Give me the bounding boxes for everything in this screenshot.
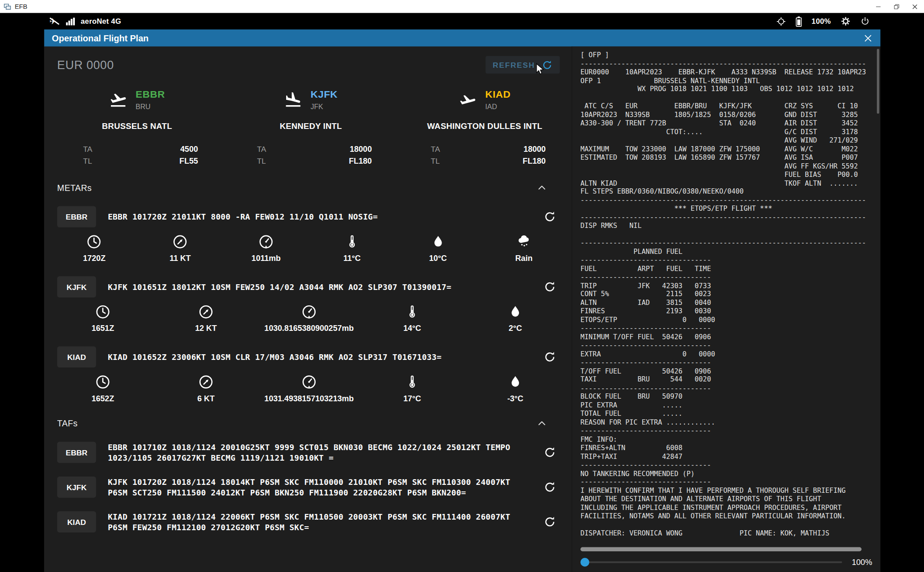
- metar-wind: 6 KT: [155, 374, 258, 403]
- taf-station-button-kjfk[interactable]: KJFK: [57, 477, 96, 498]
- dialog-header: Operational Flight Plan: [44, 29, 880, 47]
- clock-icon: [95, 374, 111, 390]
- close-dialog-button[interactable]: [863, 33, 872, 43]
- metar-pressure: 1030.8165380900257mb: [258, 304, 361, 333]
- metar-pressure: 1011mb: [223, 234, 309, 263]
- metar-station-button-kjfk[interactable]: KJFK: [57, 276, 96, 297]
- tl-value: FL55: [180, 155, 198, 167]
- maximize-button[interactable]: [887, 0, 906, 13]
- ofp-zoom-row: 100%: [581, 557, 872, 567]
- ta-label: TA: [431, 144, 440, 156]
- ta-value: 4500: [180, 144, 198, 156]
- pressure-gauge-icon: [301, 374, 317, 390]
- window-title: EFB: [15, 3, 27, 10]
- dialog-title: Operational Flight Plan: [52, 33, 149, 43]
- tl-label: TL: [257, 155, 266, 167]
- power-icon[interactable]: [860, 16, 869, 26]
- settings-gear-icon[interactable]: [840, 16, 851, 26]
- metar-temperature: 17°C: [361, 374, 464, 403]
- tafs-title: TAFs: [57, 418, 78, 428]
- refresh-button[interactable]: REFRESH: [486, 56, 560, 73]
- metar-raw-text: EBBR 101720Z 21011KT 8000 -RA FEW012 11/…: [108, 212, 533, 222]
- alternate-icao: KIAD: [485, 89, 511, 101]
- metar-wind: 11 KT: [137, 234, 223, 263]
- close-window-button[interactable]: [906, 0, 924, 13]
- metar-weather: Rain: [481, 234, 567, 263]
- metar-refresh-icon-kiad[interactable]: [543, 350, 556, 363]
- airport-destination: KJFK JFK: [224, 89, 398, 111]
- taf-row-kjfk: KJFK KJFK 101720Z 1018/1124 18014KT P6SM…: [57, 477, 556, 498]
- taf-raw-text: KIAD 101721Z 1018/1124 22006KT P6SM SKC …: [108, 511, 533, 532]
- pressure-gauge-icon: [301, 304, 317, 320]
- metar-dewpoint: 10°C: [395, 234, 481, 263]
- droplet-icon: [508, 374, 523, 390]
- levels-departure: TA4500 TLFL55: [50, 144, 224, 168]
- ofp-vertical-scrollbar-thumb[interactable]: [877, 49, 879, 114]
- ofp-document: [ OFP ] --------------------------------…: [581, 51, 871, 545]
- ofp-text-panel: [ OFP ] --------------------------------…: [571, 47, 880, 572]
- metar-wind: 12 KT: [155, 304, 258, 333]
- clock-icon: [86, 234, 102, 249]
- minimize-button[interactable]: [869, 0, 887, 13]
- metar-row-kjfk: KJFK KJFK 101651Z 18012KT 10SM FEW250 14…: [57, 276, 556, 297]
- taf-station-button-kiad[interactable]: KIAD: [57, 511, 96, 532]
- metars-section-header: METARs: [57, 183, 547, 193]
- taf-refresh-icon-ebbr[interactable]: [543, 446, 556, 458]
- ofp-zoom-slider-thumb[interactable]: [581, 557, 589, 566]
- metar-refresh-icon-kjfk[interactable]: [543, 280, 556, 293]
- metar-station-button-ebbr[interactable]: EBBR: [57, 206, 96, 227]
- ofp-zoom-value: 100%: [852, 557, 872, 566]
- tl-value: FL180: [349, 155, 372, 167]
- metar-time: 1652Z: [51, 374, 154, 403]
- ofp-horizontal-scrollbar[interactable]: [581, 547, 862, 551]
- alternate-iata: IAD: [485, 103, 511, 111]
- taf-raw-text: EBBR 101710Z 1018/1124 20010G25KT 9999 S…: [108, 442, 533, 463]
- ta-value: 18000: [350, 144, 372, 156]
- airport-alternate: KIAD IAD: [398, 89, 572, 111]
- battery-percent: 100%: [812, 17, 831, 26]
- compass-icon: [198, 304, 214, 320]
- departure-name: BRUSSELS NATL: [50, 121, 224, 131]
- airports-row: EBBR BRU KJFK JFK: [50, 89, 572, 111]
- minimize-icon: [875, 3, 882, 10]
- metar-pressure: 1031.4938157103213mb: [258, 374, 361, 403]
- ofp-zoom-slider[interactable]: [581, 561, 843, 563]
- taf-row-kiad: KIAD KIAD 101721Z 1018/1124 22006KT P6SM…: [57, 511, 556, 532]
- taf-row-ebbr: EBBR EBBR 101710Z 1018/1124 20010G25KT 9…: [57, 442, 556, 463]
- metar-time: 1720Z: [51, 234, 137, 263]
- ofp-vertical-scrollbar[interactable]: [877, 49, 879, 541]
- taf-station-button-ebbr[interactable]: EBBR: [57, 442, 96, 463]
- departure-icao: EBBR: [136, 89, 165, 101]
- taf-refresh-icon-kiad[interactable]: [543, 515, 556, 528]
- metar-row-kiad: KIAD KIAD 101652Z 23006KT 10SM CLR 17/M0…: [57, 346, 556, 367]
- maximize-icon: [893, 3, 900, 10]
- metar-decoded-ebbr: 1720Z 11 KT 1011mb 11°C 10°C Rain: [51, 234, 567, 263]
- thermometer-icon: [404, 304, 420, 320]
- destination-icao: KJFK: [310, 89, 338, 101]
- collapse-tafs-chevron-icon[interactable]: [537, 418, 547, 428]
- takeoff-icon: [109, 91, 127, 109]
- thermometer-icon: [404, 374, 420, 390]
- destination-name: KENNEDY INTL: [224, 121, 398, 131]
- rain-icon: [516, 234, 532, 249]
- window-titlebar: EFB: [0, 0, 924, 13]
- airport-departure: EBBR BRU: [50, 89, 224, 111]
- metar-station-button-kiad[interactable]: KIAD: [57, 346, 96, 367]
- compass-icon: [198, 374, 214, 390]
- metar-temperature: 14°C: [361, 304, 464, 333]
- tl-label: TL: [83, 155, 92, 167]
- metar-decoded-kiad: 1652Z 6 KT 1031.4938157103213mb 17°C -3°…: [51, 374, 567, 403]
- ta-label: TA: [83, 144, 92, 156]
- landing-icon: [284, 91, 302, 109]
- taf-refresh-icon-kjfk[interactable]: [543, 480, 556, 493]
- metar-refresh-icon-ebbr[interactable]: [543, 210, 556, 223]
- flight-callsign: EUR 0000: [57, 58, 114, 72]
- pressure-gauge-icon: [258, 234, 274, 249]
- metar-decoded-kjfk: 1651Z 12 KT 1030.8165380900257mb 14°C 2°…: [51, 304, 567, 333]
- metars-title: METARs: [57, 183, 92, 192]
- gps-icon: [776, 16, 786, 26]
- collapse-metars-chevron-icon[interactable]: [537, 183, 547, 193]
- tafs-section-header: TAFs: [57, 418, 547, 428]
- metar-dewpoint: 2°C: [464, 304, 567, 333]
- signal-strength-icon: [66, 17, 75, 25]
